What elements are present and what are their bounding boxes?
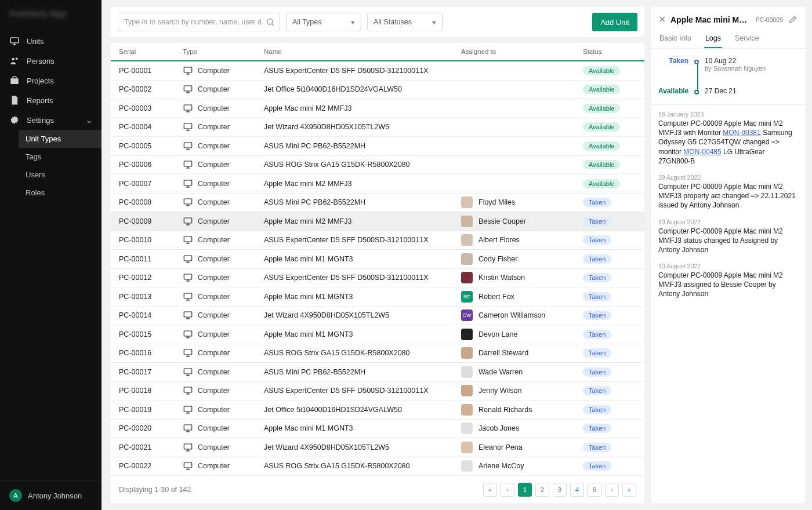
table-row[interactable]: PC-00007ComputerApple Mac mini M2 MMFJ3A… <box>111 174 644 194</box>
svg-rect-54 <box>184 349 192 355</box>
add-unit-button[interactable]: Add Unit <box>592 13 637 31</box>
row-menu-icon[interactable]: ⋮ <box>641 254 644 263</box>
row-menu-icon[interactable]: ⋮ <box>641 387 644 395</box>
status-badge: Taken <box>583 424 611 433</box>
row-menu-icon[interactable]: ⋮ <box>641 66 644 75</box>
row-menu-icon[interactable]: ⋮ <box>641 236 644 245</box>
row-menu-icon[interactable]: ⋮ <box>641 292 644 301</box>
table-row[interactable]: PC-00009ComputerApple Mac mini M2 MMFJ3B… <box>111 212 644 231</box>
log-link[interactable]: MON-00381 <box>723 129 760 137</box>
table-row[interactable]: PC-00006ComputerASUS ROG Strix GA15 G15D… <box>111 156 644 175</box>
table-row[interactable]: PC-00008ComputerASUS Mini PC PB62-B5522M… <box>111 194 644 213</box>
status-badge: Taken <box>583 386 611 395</box>
sidebar-item-reports[interactable]: Reports <box>0 90 102 110</box>
row-menu-icon[interactable]: ⋮ <box>641 349 644 358</box>
sidebar-subitem-roles[interactable]: Roles <box>19 184 102 202</box>
row-menu-icon[interactable]: ⋮ <box>641 179 644 188</box>
pager-page[interactable]: 1 <box>518 483 532 497</box>
pager-page[interactable]: 5 <box>588 483 601 497</box>
cell-name: ASUS Mini PC PB62-B5522MH <box>264 368 461 376</box>
sidebar-user[interactable]: A Antony Johnson <box>0 480 102 510</box>
table-row[interactable]: PC-00015ComputerApple Mac mini M1 MGNT3D… <box>111 325 644 344</box>
close-icon[interactable]: ✕ <box>658 14 666 25</box>
row-menu-icon[interactable]: ⋮ <box>641 443 644 451</box>
table-row[interactable]: PC-00012ComputerASUS ExpertCenter D5 SFF… <box>111 269 644 288</box>
status-filter-label: All Statuses <box>374 18 412 26</box>
assigned-cell: Cody Fisher <box>461 253 583 265</box>
cell-type: Computer <box>183 197 264 207</box>
table-row[interactable]: PC-00022ComputerASUS ROG Strix GA15 G15D… <box>111 457 644 476</box>
row-menu-icon[interactable]: ⋮ <box>641 424 644 433</box>
status-badge: Available <box>583 85 620 94</box>
sidebar-subitem-users[interactable]: Users <box>19 166 102 184</box>
pager-prev[interactable]: « <box>483 483 497 497</box>
gear-icon <box>9 115 20 125</box>
svg-rect-0 <box>10 38 19 43</box>
log-list: 18 January 2023Computer PC-00009 Apple M… <box>651 105 805 503</box>
row-menu-icon[interactable]: ⋮ <box>641 161 644 169</box>
row-menu-icon[interactable]: ⋮ <box>641 85 644 94</box>
pager-page[interactable]: 3 <box>553 483 567 497</box>
assigned-name: Bessie Cooper <box>478 217 526 225</box>
sidebar-item-persons[interactable]: Persons <box>0 51 102 71</box>
pager-next[interactable]: › <box>605 483 619 497</box>
row-menu-icon[interactable]: ⋮ <box>641 330 644 338</box>
search-input[interactable] <box>118 13 280 31</box>
sidebar-item-units[interactable]: Units <box>0 31 102 51</box>
table-row[interactable]: PC-00004ComputerJet Wizard 4X950D8HD05X1… <box>111 118 644 137</box>
tab-basic-info[interactable]: Basic Info <box>658 30 693 48</box>
cell-type: Computer <box>183 310 264 320</box>
edit-icon[interactable] <box>788 14 798 25</box>
cell-type: Computer <box>183 122 264 132</box>
row-menu-icon[interactable]: ⋮ <box>641 104 644 112</box>
sidebar-subitem-tags[interactable]: Tags <box>19 148 102 166</box>
table-row[interactable]: PC-00002ComputerJet Office 5i10400D16HD1… <box>111 81 644 100</box>
tab-logs[interactable]: Logs <box>704 30 722 48</box>
tab-service[interactable]: Service <box>734 30 760 48</box>
type-filter-dropdown[interactable]: All Types ▾ <box>286 13 361 31</box>
row-menu-icon[interactable]: ⋮ <box>641 462 644 471</box>
pager-page[interactable]: 4 <box>570 483 584 497</box>
sidebar-item-settings[interactable]: Settings⌄ <box>0 110 102 130</box>
row-menu-icon[interactable]: ⋮ <box>641 367 644 376</box>
table-row[interactable]: PC-00019ComputerJet Office 5i10400D16HD1… <box>111 400 644 420</box>
log-link[interactable]: MON-00485 <box>683 148 721 156</box>
pager-page[interactable]: 2 <box>535 483 549 497</box>
timeline-dot-icon <box>694 90 699 94</box>
table-row[interactable]: PC-00016ComputerASUS ROG Strix GA15 G15D… <box>111 344 644 363</box>
briefcase-icon <box>9 75 20 86</box>
cell-name: Jet Office 5i10400D16HD1SD24VGALW50 <box>264 85 461 93</box>
table-row[interactable]: PC-00001ComputerASUS ExpertCenter D5 SFF… <box>111 61 644 81</box>
monitor-icon <box>183 292 193 302</box>
svg-rect-30 <box>184 199 192 204</box>
sidebar-subitem-unit-types[interactable]: Unit Types <box>19 130 102 148</box>
table-row[interactable]: PC-00017ComputerASUS Mini PC PB62-B5522M… <box>111 363 644 382</box>
cell-serial: PC-00019 <box>119 406 183 414</box>
table-row[interactable]: PC-00020ComputerApple Mac mini M1 MGNT3J… <box>111 420 644 439</box>
table-row[interactable]: PC-00014ComputerJet Wizard 4X950D8HD05X1… <box>111 307 644 326</box>
row-menu-icon[interactable]: ⋮ <box>641 123 644 132</box>
type-filter-label: All Types <box>292 18 322 26</box>
assigned-name: Wade Warren <box>478 368 523 376</box>
timeline-state-available: Available <box>658 87 688 95</box>
row-menu-icon[interactable]: ⋮ <box>641 217 644 225</box>
status-filter-dropdown[interactable]: All Statuses ▾ <box>367 13 443 31</box>
row-menu-icon[interactable]: ⋮ <box>641 141 644 150</box>
table-row[interactable]: PC-00003ComputerApple Mac mini M2 MMFJ3A… <box>111 99 644 118</box>
row-menu-icon[interactable]: ⋮ <box>641 311 644 320</box>
table-row[interactable]: PC-00010ComputerASUS ExpertCenter D5 SFF… <box>111 231 644 250</box>
table-row[interactable]: PC-00018ComputerASUS ExpertCenter D5 SFF… <box>111 382 644 401</box>
table-row[interactable]: PC-00013ComputerApple Mac mini M1 MGNT3R… <box>111 287 644 307</box>
table-row[interactable]: PC-00021ComputerJet Wizard 4X950D8HD05X1… <box>111 438 644 457</box>
cell-serial: PC-00018 <box>119 387 183 395</box>
monitor-icon <box>183 310 193 320</box>
row-menu-icon[interactable]: ⋮ <box>641 274 644 282</box>
pager-prev[interactable]: ‹ <box>501 483 514 497</box>
row-menu-icon[interactable]: ⋮ <box>641 405 644 414</box>
svg-rect-18 <box>184 123 192 129</box>
sidebar-item-projects[interactable]: Projects <box>0 71 102 90</box>
pager-next[interactable]: » <box>622 483 636 497</box>
row-menu-icon[interactable]: ⋮ <box>641 198 644 207</box>
table-row[interactable]: PC-00011ComputerApple Mac mini M1 MGNT3C… <box>111 250 644 269</box>
table-row[interactable]: PC-00005ComputerASUS Mini PC PB62-B5522M… <box>111 137 644 156</box>
